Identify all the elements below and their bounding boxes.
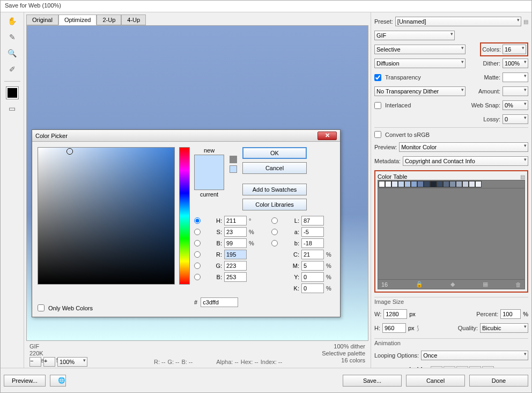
trash-icon[interactable]: 🗑 [515,281,521,288]
a-input[interactable] [301,227,324,237]
b-radio[interactable] [194,274,201,280]
websnap-value[interactable] [503,100,528,110]
cube-icon[interactable] [230,156,237,163]
color-swatch[interactable] [385,181,391,187]
lab-b-input[interactable] [301,238,324,248]
color-table-body [378,188,525,280]
g-radio[interactable] [194,263,201,269]
done-button[interactable]: Done [469,375,528,387]
transparency-checkbox[interactable] [374,74,381,81]
cancel-button[interactable]: Cancel [406,375,465,387]
color-swatch[interactable] [417,181,424,187]
color-table-swatches[interactable] [378,180,525,188]
slice-visibility-icon[interactable]: ▭ [6,102,19,115]
saturation-field[interactable] [38,147,175,285]
width-input[interactable] [383,309,407,319]
color-swatch[interactable] [430,181,437,187]
s-input[interactable] [224,227,247,237]
l-input[interactable] [301,216,324,225]
add-icon[interactable]: ▦ [483,281,488,288]
lab-b-radio[interactable] [271,240,278,246]
color-swatch[interactable] [443,181,449,187]
preview-button[interactable]: Preview... [4,375,46,387]
color-swatch[interactable] [404,181,411,187]
eyedropper-tool[interactable]: ✐ [6,63,19,76]
hue-slider[interactable] [179,147,190,285]
color-swatch[interactable] [411,181,417,187]
srgb-checkbox[interactable] [374,131,381,138]
h-input[interactable] [224,216,247,225]
zoom-tool[interactable]: 🔍 [6,47,19,60]
bv-radio[interactable] [194,240,201,246]
b-input[interactable] [224,272,247,282]
tab-4up[interactable]: 4-Up [121,14,146,25]
loop-select[interactable] [421,351,528,360]
color-swatch[interactable] [475,181,482,187]
color-swatch[interactable] [379,181,385,187]
color-swatch[interactable] [469,181,475,187]
a-radio[interactable] [271,229,278,235]
color-marker[interactable] [67,149,72,154]
hand-tool[interactable]: ✋ [6,14,19,27]
k-input[interactable] [301,283,324,293]
browser-preview-button[interactable]: 🌐 [50,375,66,387]
preview-select[interactable] [399,142,528,152]
h-radio[interactable] [194,217,201,224]
color-libraries-button[interactable]: Color Libraries [242,199,307,210]
color-swatch[interactable] [437,181,443,187]
amount-value [503,86,528,96]
close-button[interactable]: ✕ [317,132,337,140]
r-input[interactable] [224,250,247,259]
color-swatch[interactable] [398,181,404,187]
save-for-web-window: Save for Web (100%) ✋ ✎ 🔍 ✐ ▭ Original O… [0,0,532,393]
height-input[interactable] [382,323,406,333]
dither-method-select[interactable] [374,59,466,68]
r-radio[interactable] [194,251,201,258]
ok-button[interactable]: OK [242,147,307,159]
bv-input[interactable] [224,238,247,248]
hex-input[interactable] [201,297,238,307]
metadata-select[interactable] [403,156,528,166]
color-swatch[interactable] [449,181,456,187]
tab-2up[interactable]: 2-Up [97,14,121,25]
c-input[interactable] [301,250,324,259]
map-icon[interactable]: ◆ [450,281,455,288]
animation-title: Animation [374,338,528,347]
reduction-select[interactable] [374,45,466,54]
zoom-out-button[interactable]: − [29,357,41,367]
color-swatch[interactable] [424,181,430,187]
g-input[interactable] [224,261,247,271]
color-table-menu-icon[interactable]: ▤ [520,174,525,180]
add-swatches-button[interactable]: Add to Swatches [242,184,307,195]
link-icon[interactable]: ⟆ [417,325,419,332]
only-web-checkbox[interactable] [38,304,45,311]
dither-value[interactable] [503,59,528,68]
color-swatch[interactable] [462,181,469,187]
y-input[interactable] [301,272,324,282]
interlaced-checkbox[interactable] [374,102,381,109]
matte-select[interactable] [503,72,528,82]
m-input[interactable] [301,261,324,271]
color-swatch[interactable] [456,181,462,187]
format-select[interactable] [374,31,455,40]
preset-menu-icon[interactable]: ▤ [523,19,528,25]
s-radio[interactable] [194,229,201,235]
zoom-in-button[interactable]: + [43,357,55,367]
picker-cancel-button[interactable]: Cancel [242,162,307,174]
percent-input[interactable] [500,309,521,319]
trans-dither-select[interactable] [374,86,466,96]
color-swatch[interactable] [391,181,398,187]
quality-select[interactable] [480,323,528,333]
save-button[interactable]: Save... [343,375,402,387]
foreground-swatch[interactable] [6,87,18,99]
preset-select[interactable] [395,17,521,26]
tab-optimized[interactable]: Optimized [58,14,97,25]
websafe-swatch[interactable] [230,165,237,173]
zoom-select[interactable] [57,357,87,367]
l-radio[interactable] [271,217,278,224]
colors-select[interactable] [503,45,526,54]
lossy-value[interactable] [503,114,528,124]
tab-original[interactable]: Original [26,14,58,25]
slice-tool[interactable]: ✎ [6,31,19,43]
lock-icon[interactable]: 🔒 [416,281,423,288]
